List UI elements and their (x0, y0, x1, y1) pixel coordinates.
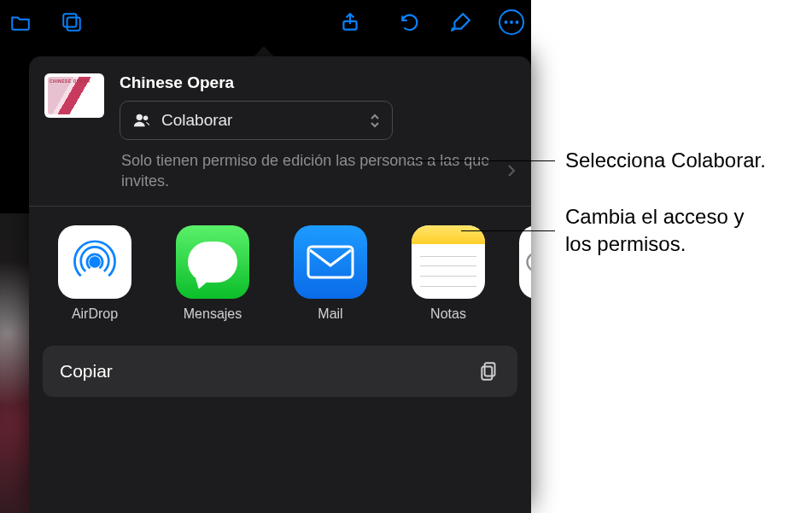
messages-label: Mensajes (184, 306, 242, 322)
copy-button[interactable]: Copiar (43, 346, 517, 397)
share-apps-row: AirDrop Mensajes Mail (29, 207, 531, 337)
callout-text: Selecciona Colaborar. (555, 147, 766, 174)
callout-text: Cambia el acceso y los permisos. (555, 203, 744, 259)
copy-label: Copiar (60, 361, 113, 382)
share-icon[interactable] (336, 9, 364, 36)
svg-point-3 (505, 20, 508, 24)
svg-point-4 (510, 20, 513, 24)
document-title: Chinese Opera (120, 73, 516, 92)
airdrop-icon (58, 225, 131, 299)
device-area: CHINESE OPERA Chinese Opera Colaborar So… (0, 0, 531, 513)
svg-rect-9 (308, 247, 353, 277)
mail-label: Mail (318, 306, 342, 322)
brush-icon[interactable] (447, 9, 475, 36)
airdrop-app[interactable]: AirDrop (48, 225, 142, 322)
svg-point-7 (143, 116, 149, 121)
callout-leader-line (410, 160, 555, 161)
folder-icon[interactable] (7, 9, 34, 36)
callout-leader-line (461, 230, 555, 231)
messages-app[interactable]: Mensajes (166, 225, 260, 322)
svg-rect-0 (63, 14, 76, 26)
background-image-strip (0, 213, 29, 513)
svg-rect-12 (482, 366, 492, 379)
undo-icon[interactable] (396, 9, 424, 36)
svg-point-6 (137, 114, 143, 120)
callout-select-collaborate: Selecciona Colaborar. (410, 147, 766, 174)
people-icon (132, 111, 151, 130)
mail-icon (294, 225, 367, 299)
callout-change-permissions: Cambia el acceso y los permisos. (461, 203, 744, 259)
more-icon[interactable] (499, 9, 524, 35)
svg-rect-11 (485, 363, 495, 376)
collaborate-select[interactable]: Colaborar (120, 101, 393, 140)
notes-label: Notas (430, 306, 466, 322)
svg-rect-1 (67, 18, 80, 31)
collaborate-label: Colaborar (161, 111, 232, 130)
svg-point-5 (516, 20, 519, 24)
document-thumbnail: CHINESE OPERA (44, 73, 104, 118)
sheet-header: CHINESE OPERA Chinese Opera Colaborar (29, 56, 531, 147)
share-sheet: CHINESE OPERA Chinese Opera Colaborar So… (29, 56, 531, 513)
top-toolbar (0, 0, 531, 44)
copy-icon (478, 360, 500, 382)
svg-point-8 (91, 257, 100, 266)
photos-icon[interactable] (58, 9, 85, 36)
thumbnail-caption: CHINESE OPERA (50, 79, 91, 84)
airdrop-label: AirDrop (72, 306, 118, 322)
mail-app[interactable]: Mail (283, 225, 377, 322)
messages-icon (176, 225, 249, 299)
chevron-updown-icon (370, 114, 380, 128)
